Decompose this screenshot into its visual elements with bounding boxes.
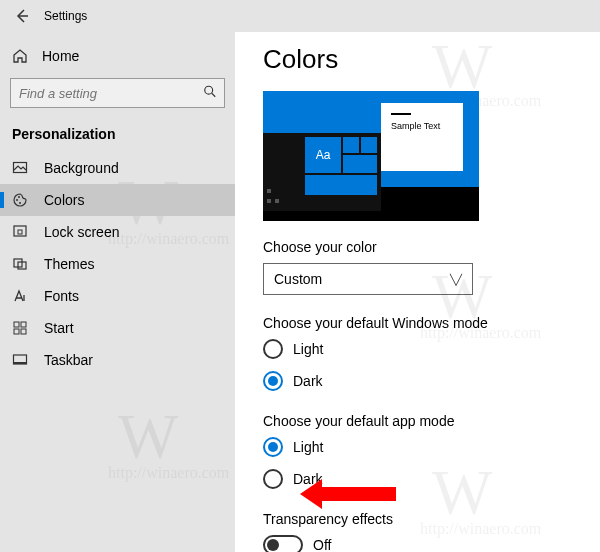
transparency-state: Off — [313, 537, 331, 552]
svg-rect-14 — [14, 362, 27, 364]
sidebar-item-fonts[interactable]: Fonts — [0, 280, 235, 312]
preview-sample-text: Sample Text — [391, 121, 453, 131]
app-mode-light[interactable]: Light — [263, 437, 600, 457]
windows-mode-dark[interactable]: Dark — [263, 371, 600, 391]
back-arrow-icon — [14, 8, 30, 24]
radio-label: Dark — [293, 373, 323, 389]
svg-point-3 — [18, 196, 20, 198]
colors-icon — [12, 192, 28, 208]
preview-window: Sample Text — [381, 103, 463, 171]
start-icon — [12, 320, 28, 336]
sidebar-item-label: Start — [44, 320, 74, 336]
app-title: Settings — [44, 9, 87, 23]
color-preview: Aa Sample Text — [263, 91, 479, 221]
sidebar-item-label: Themes — [44, 256, 95, 272]
app-mode-dark[interactable]: Dark — [263, 469, 600, 489]
sidebar-item-background[interactable]: Background — [0, 152, 235, 184]
transparency-label: Transparency effects — [263, 511, 600, 527]
fonts-icon — [12, 288, 28, 304]
sidebar-home[interactable]: Home — [0, 40, 235, 72]
background-icon — [12, 160, 28, 176]
svg-rect-6 — [18, 230, 22, 234]
sidebar: Home Personalization Background Colors — [0, 32, 235, 552]
windows-mode-label: Choose your default Windows mode — [263, 315, 600, 331]
back-button[interactable] — [4, 2, 40, 30]
preview-tile-aa: Aa — [305, 137, 341, 173]
search-input[interactable] — [10, 78, 225, 108]
radio-label: Light — [293, 439, 323, 455]
page-title: Colors — [263, 44, 600, 75]
radio-label: Light — [293, 341, 323, 357]
toggle-knob — [267, 539, 279, 551]
sidebar-item-label: Fonts — [44, 288, 79, 304]
app-mode-label: Choose your default app mode — [263, 413, 600, 429]
lock-screen-icon — [12, 224, 28, 240]
svg-rect-10 — [21, 322, 26, 327]
chevron-down-icon: ╲╱ — [450, 274, 462, 285]
sidebar-section-header: Personalization — [0, 120, 235, 152]
search-icon — [203, 85, 217, 102]
sidebar-item-lock-screen[interactable]: Lock screen — [0, 216, 235, 248]
windows-mode-light[interactable]: Light — [263, 339, 600, 359]
radio-label: Dark — [293, 471, 323, 487]
transparency-toggle[interactable] — [263, 535, 303, 552]
svg-point-2 — [16, 199, 18, 201]
sidebar-item-colors[interactable]: Colors — [0, 184, 235, 216]
sidebar-item-themes[interactable]: Themes — [0, 248, 235, 280]
search-box — [10, 78, 225, 108]
transparency-toggle-row: Off — [263, 535, 600, 552]
sidebar-item-label: Colors — [44, 192, 84, 208]
sidebar-item-label: Background — [44, 160, 119, 176]
svg-rect-9 — [14, 322, 19, 327]
taskbar-icon — [12, 352, 28, 368]
home-icon — [12, 48, 28, 64]
themes-icon — [12, 256, 28, 272]
color-dropdown[interactable]: Custom ╲╱ — [263, 263, 473, 295]
svg-rect-12 — [21, 329, 26, 334]
dropdown-value: Custom — [274, 271, 322, 287]
radio-icon — [263, 469, 283, 489]
sidebar-item-label: Lock screen — [44, 224, 119, 240]
sidebar-home-label: Home — [42, 48, 79, 64]
svg-rect-11 — [14, 329, 19, 334]
choose-color-label: Choose your color — [263, 239, 600, 255]
sidebar-item-label: Taskbar — [44, 352, 93, 368]
radio-icon — [263, 339, 283, 359]
sidebar-item-start[interactable]: Start — [0, 312, 235, 344]
radio-icon — [263, 371, 283, 391]
svg-point-4 — [19, 202, 21, 204]
radio-icon — [263, 437, 283, 457]
main-content: Colors Aa Sample Text Choose your color … — [235, 32, 600, 552]
titlebar: Settings — [0, 0, 600, 32]
sidebar-item-taskbar[interactable]: Taskbar — [0, 344, 235, 376]
svg-point-0 — [205, 86, 213, 94]
